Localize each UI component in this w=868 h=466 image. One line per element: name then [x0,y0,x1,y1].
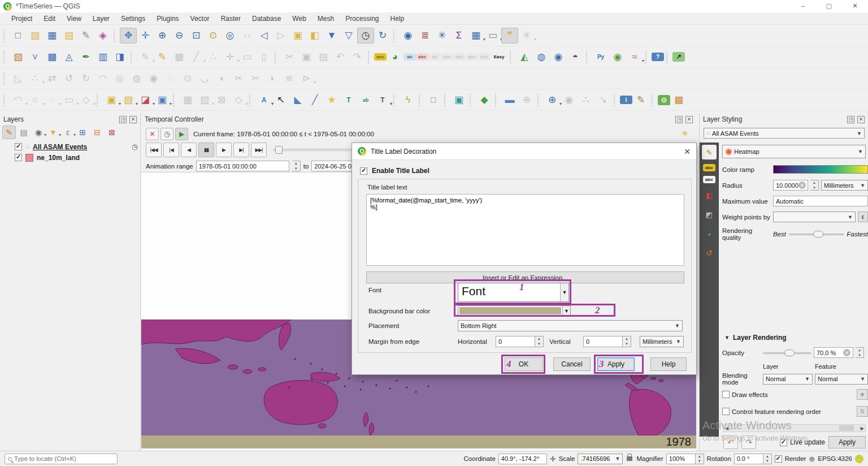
delete-selected-button[interactable]: ▯ [255,49,272,65]
layer-rendering-section[interactable]: ▼ Layer Rendering [724,334,787,342]
layer-row-ne-10m-land[interactable]: ne_10m_land [0,152,140,163]
menu-processing[interactable]: Processing [340,14,384,24]
zoom-to-selection-button[interactable]: ⊙ [205,28,222,44]
delete-ring-button[interactable]: ◌ [162,71,179,87]
pan-to-selection-button[interactable]: ✛ [137,28,154,44]
effects-star-button[interactable]: ★ [857,389,868,400]
filter-by-expression-button[interactable]: ε [61,126,75,139]
star-annotation-button[interactable]: ★ [323,92,340,108]
labels-tab[interactable]: abc [703,164,715,171]
simplify-feature-button[interactable]: ◠ [94,71,111,87]
refresh-map-button[interactable]: ↻ [374,28,391,44]
coordinate-input[interactable]: 40.9°, -174.2° [498,454,547,464]
menu-help[interactable]: Help [385,14,410,24]
layer-name[interactable]: ne_10m_land [37,154,80,162]
blend-feature-combo[interactable]: Normal ▼ [815,374,868,385]
python-console-button[interactable]: Py [592,49,609,65]
crs-indicator[interactable]: EPSG:4326 [818,455,852,462]
profile-tool-button[interactable]: ≈ [626,49,643,65]
dialog-close-icon[interactable]: ✕ [684,147,691,156]
redo-button[interactable]: ↷ [349,49,366,65]
polygon-annotation-button[interactable]: ◣ [289,92,306,108]
horizontal-margin-input[interactable]: 0 [496,336,535,347]
show-statistics-button[interactable]: Σ [450,28,467,44]
highlight-pinned-labels-button[interactable]: abc [416,53,428,61]
measure-button[interactable]: ▭ [484,28,501,44]
temporal-controller-button[interactable]: ◷ [357,28,374,44]
horizontal-margin-spinner[interactable]: ▲▼ [535,336,544,347]
add-group-button[interactable]: ▤ [17,126,31,139]
render-checkbox[interactable] [775,455,782,463]
help-button[interactable]: Help [650,357,687,371]
layers-check-button[interactable]: ▣ [450,92,467,108]
menu-database[interactable]: Database [246,14,287,24]
reverse-play-button[interactable]: ◀ [181,143,197,157]
text-annotation-button[interactable]: T [374,92,391,108]
scale-combo[interactable]: .74165696 ▼ [578,454,623,464]
redo-style-button[interactable]: ↷ [741,435,756,449]
radius-input[interactable]: 10.0000 ✕ [773,180,808,191]
weight-points-combo[interactable]: ▼ [773,212,856,222]
menu-edit[interactable]: Edit [38,14,61,24]
styling-apply-button[interactable]: Apply [828,436,866,448]
contour-plugin-button[interactable]: ◉ [609,49,626,65]
rotate-label-button[interactable]: abc [453,53,466,61]
pan-map-button[interactable]: ✥ [120,28,137,44]
clear-icon[interactable]: ✕ [798,182,806,189]
draw-effects-checkbox[interactable] [722,391,730,398]
close-panel-icon[interactable]: ✕ [129,116,137,123]
points-gear-button[interactable]: ∴ [578,92,594,108]
select-polygon-button[interactable]: ◇ [230,92,247,108]
open-layer-styling-button[interactable]: ✎ [2,126,16,139]
renderer-combo[interactable]: Heatmap ▼ [722,145,866,158]
new-project-button[interactable]: □ [10,28,27,44]
styling-layer-combo[interactable]: ∴ All ASAM Events ▼ [704,128,865,139]
menu-web[interactable]: Web [287,14,311,24]
processing-toolbox-button[interactable]: ✳ [433,28,450,44]
sort-order-button[interactable]: ⇅ [857,406,868,417]
add-ellipse-button[interactable]: ◌ [44,92,60,108]
osm-map-button[interactable]: ▩ [670,92,687,108]
globe-add-button[interactable]: ◉ [561,92,578,108]
opacity-slider[interactable] [763,349,811,357]
help-contents-button[interactable]: ? [652,53,664,61]
blend-layer-combo[interactable]: Normal ▼ [763,374,813,385]
add-record-button[interactable]: ∴ [205,49,222,65]
plug-button[interactable]: ▬ [501,92,518,108]
zoom-next-button[interactable]: ▷ [272,28,289,44]
qms-search-button[interactable]: ◉ [550,49,567,65]
menu-layer[interactable]: Layer [87,14,115,24]
menu-settings[interactable]: Settings [115,14,151,24]
zoom-to-layer-button[interactable]: ◎ [222,28,238,44]
current-edits-button[interactable]: ✎ [137,49,154,65]
georeferencer-button[interactable]: ⊕ [544,92,561,108]
show-bookmarks-button[interactable]: ▽ [340,28,357,44]
arrow-tool-button[interactable]: ↘ [594,92,611,108]
project-properties-button[interactable]: ✎ [77,28,94,44]
title-label-expression-textarea[interactable] [366,194,684,266]
vertical-margin-spinner[interactable]: ▲▼ [623,336,631,347]
deselect-all-button[interactable]: ◪ [137,92,154,108]
opacity-spinner[interactable]: ▲▼ [856,347,864,358]
easy-custom-labeling-button[interactable]: Easy [491,49,507,65]
save-layer-edits-button[interactable]: ▦ [171,49,188,65]
offset-curve-button[interactable]: ◡ [196,71,213,87]
zoom-native-button[interactable]: 1:1 [238,28,255,44]
close-button[interactable]: ✕ [842,0,868,12]
layer-name[interactable]: All ASAM Events [33,143,87,151]
save-project-button[interactable]: ▦ [44,28,60,44]
temporal-off-button[interactable]: ✕ [146,128,159,140]
text-at-point-button[interactable]: T [340,92,357,108]
add-virtual-layer-button[interactable]: ◨ [111,49,128,65]
plugin-shortcut-button[interactable]: ↗ [672,52,685,62]
undo-button[interactable]: ↶ [332,49,349,65]
add-regular-polygon-button[interactable]: ◇ [77,92,94,108]
3d-view-tab[interactable]: ◧ [702,188,717,202]
shield-button[interactable]: ◘ [425,92,442,108]
magnifier-input[interactable]: 100% [666,454,696,464]
quality-slider[interactable] [788,230,844,238]
locator-box[interactable] [5,454,118,464]
menu-project[interactable]: Project [6,14,38,24]
line-annotation-button[interactable]: ╱ [306,92,323,108]
filter-legend-button[interactable]: ▼ [46,126,60,139]
